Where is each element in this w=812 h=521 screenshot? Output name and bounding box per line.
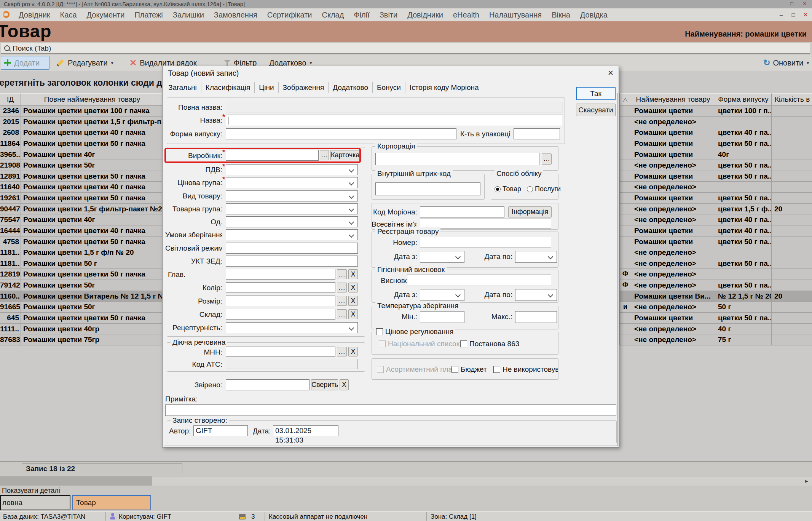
dialog-tab[interactable]: Бонуси: [373, 82, 405, 93]
ok-button[interactable]: Так: [576, 87, 616, 100]
table-row[interactable]: Ромашки цветки цветки 50 г па...: [620, 313, 812, 324]
table-row[interactable]: <не определено> 75 г: [620, 334, 812, 345]
radio-tovar[interactable]: Товар: [495, 185, 521, 193]
menu-item[interactable]: Звіти: [375, 11, 402, 19]
table-row[interactable]: <не определено> цветки 50 г па...: [620, 160, 812, 171]
table-row[interactable]: 1160.. Ромашки цветки Витарель № 12 1,5 …: [0, 291, 164, 302]
table-row[interactable]: 4758 Ромашки цветки цветки 50 г пачка: [0, 237, 164, 248]
table-row[interactable]: Ромашки цветки цветки 40 г па...: [620, 225, 812, 237]
table-row[interactable]: 16444 Ромашки цветки цветки 40 г пачка: [0, 225, 164, 237]
conclusion-field[interactable]: [407, 275, 551, 286]
restore-icon[interactable]: □: [785, 0, 798, 8]
color-clear-button[interactable]: X: [348, 283, 358, 292]
dialog-tab[interactable]: Класифікація: [201, 82, 255, 93]
menu-item[interactable]: Залишки: [168, 11, 209, 19]
minimize-icon[interactable]: –: [772, 0, 785, 8]
table-row[interactable]: 91665 Ромашки цветки 50г: [0, 302, 164, 313]
table-row[interactable]: <не определено>: [620, 117, 812, 128]
table-row[interactable]: 2608 Ромашки цветки цветки 40 г пачка: [0, 127, 164, 138]
size-field[interactable]: [226, 296, 335, 306]
menu-item[interactable]: Довідка: [575, 11, 613, 19]
menu-item[interactable]: Сертифікати: [262, 11, 317, 19]
cancel-button[interactable]: Скасувати: [576, 104, 616, 116]
table-row[interactable]: Ф <не определено> цветки 50 г па...: [620, 280, 812, 291]
window-tab-tovar[interactable]: Товар: [72, 495, 151, 510]
product-kind-select[interactable]: [226, 190, 358, 201]
name-field[interactable]: [226, 115, 563, 126]
column-header-sort-icon[interactable]: △: [620, 93, 631, 105]
reg-date-to-select[interactable]: [515, 251, 557, 263]
menu-item[interactable]: Склад: [317, 11, 349, 19]
table-row[interactable]: Ромашки цветки Ви... № 12 1,5 г № 20 20: [620, 291, 812, 302]
table-row[interactable]: 12819 Ромашки цветки цветки 50 г пачка: [0, 269, 164, 280]
glav-browse-button[interactable]: …: [337, 269, 347, 279]
table-row[interactable]: 1181.. Ромашки цветки 1,5 г ф/п № 20: [0, 247, 164, 258]
verify-clear-button[interactable]: X: [340, 379, 349, 390]
mnn-browse-button[interactable]: …: [337, 347, 347, 356]
menu-item[interactable]: Вікна: [547, 11, 575, 19]
table-row[interactable]: Ромашки цветки 40г: [620, 149, 812, 160]
hyg-date-to-select[interactable]: [515, 289, 557, 301]
hyg-date-from-select[interactable]: [420, 289, 464, 301]
budget-checkbox[interactable]: Бюджет: [451, 365, 487, 374]
price-group-select[interactable]: [226, 177, 358, 188]
pack-qty-field[interactable]: [514, 128, 560, 139]
mnn-field[interactable]: [226, 347, 335, 357]
mnn-clear-button[interactable]: X: [348, 347, 358, 356]
scroll-right-icon[interactable]: ▸: [802, 476, 811, 486]
table-row[interactable]: 75547 Ромашки цветки 40г: [0, 214, 164, 225]
info-button[interactable]: Інформація: [508, 206, 552, 217]
dialog-tab[interactable]: Загальні: [164, 82, 201, 93]
column-header-qty[interactable]: Кількість в упак: [772, 93, 812, 105]
glav-field[interactable]: [226, 269, 335, 280]
size-browse-button[interactable]: …: [337, 296, 347, 306]
menu-item[interactable]: Замовлення: [209, 11, 262, 19]
table-row[interactable]: <не определено>: [620, 182, 812, 193]
table-row[interactable]: 90447 Ромашки цветки 1,5г фильтр-пакет №…: [0, 204, 164, 215]
color-field[interactable]: [226, 282, 335, 293]
unit-select[interactable]: [226, 216, 358, 227]
table-row[interactable]: Ромашки цветки цветки 50 г па...: [620, 193, 812, 204]
manufacturer-field[interactable]: [226, 150, 319, 161]
table-row[interactable]: <не определено> 40 г: [620, 324, 812, 335]
dialog-tab[interactable]: Зображення: [279, 82, 329, 93]
table-row[interactable]: <не определено>: [620, 247, 812, 258]
menu-item[interactable]: eHealth: [448, 11, 484, 19]
table-row[interactable]: <не определено> цветки 40 г па...: [620, 214, 812, 225]
table-row[interactable]: <не определено> цветки 1,5 г ф... 20: [620, 204, 812, 215]
product-group-select[interactable]: [226, 203, 358, 214]
morion-code-field[interactable]: [420, 206, 504, 217]
temp-min-field[interactable]: [420, 311, 464, 323]
sklad-field[interactable]: [226, 309, 335, 320]
table-row[interactable]: 79142 Ромашки цветки 50г: [0, 280, 164, 291]
mdi-minimize-icon[interactable]: –: [775, 10, 787, 19]
decree-863-checkbox[interactable]: Постанова 863: [460, 340, 519, 348]
menu-item[interactable]: Довідник: [14, 11, 55, 19]
table-row[interactable]: Ф <не определено>: [620, 269, 812, 280]
show-details-label[interactable]: Показувати деталі: [2, 487, 60, 495]
table-row[interactable]: <не определено> цветки 50 г па...: [620, 258, 812, 269]
table-row[interactable]: 21908 Ромашки цветки 50г: [0, 160, 164, 171]
card-button[interactable]: Карточка: [330, 150, 360, 160]
note-field[interactable]: [165, 404, 616, 416]
add-button[interactable]: Додати: [1, 56, 49, 70]
table-row[interactable]: 19261 Ромашки цветки цветки 50 г пачка: [0, 193, 164, 204]
sklad-clear-button[interactable]: X: [348, 309, 358, 319]
recipe-select[interactable]: [226, 322, 358, 333]
corporation-browse-button[interactable]: …: [542, 153, 552, 165]
table-row[interactable]: и <не определено> 50 г: [620, 302, 812, 313]
table-row[interactable]: 1181.. Ромашки цветки 50 г: [0, 258, 164, 269]
table-row[interactable]: 11640 Ромашки цветки цветки 40 г пачка: [0, 182, 164, 193]
table-row[interactable]: 2346 Ромашки цветки цветки 100 г пачка: [0, 105, 164, 117]
menu-item[interactable]: Платежі: [129, 11, 168, 19]
verified-field[interactable]: [226, 379, 309, 390]
corporation-field[interactable]: [375, 153, 539, 165]
not-used-checkbox[interactable]: Не використовув: [493, 365, 558, 374]
table-row[interactable]: 645 Ромашки цветки цветки 50 г пачка: [0, 313, 164, 324]
menu-item[interactable]: Довідники: [402, 11, 448, 19]
menu-item[interactable]: Налаштування: [484, 11, 547, 19]
sklad-browse-button[interactable]: …: [337, 309, 347, 319]
table-row[interactable]: Ромашки цветки цветки 100 г п...: [620, 105, 812, 117]
table-row[interactable]: 2015 Ромашки цветки цветки 1,5 г фильтр-…: [0, 117, 164, 128]
dialog-tab[interactable]: Ціни: [255, 82, 278, 93]
